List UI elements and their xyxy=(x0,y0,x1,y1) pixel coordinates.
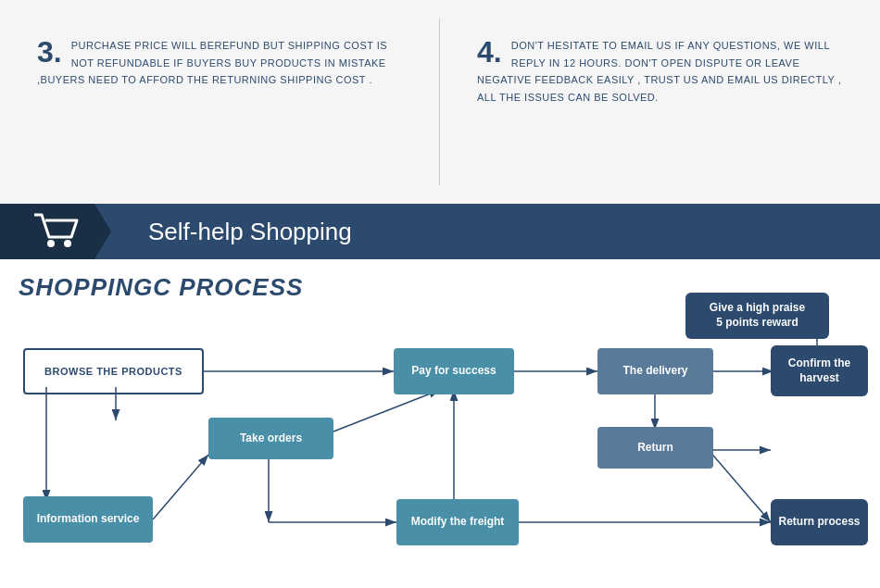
step4-text: DON'T HESITATE TO EMAIL US IF ANY QUESTI… xyxy=(477,37,843,106)
header-bar: Self-help Shopping xyxy=(0,204,880,259)
pay-box: Pay for success xyxy=(394,348,514,394)
confirm-box: Confirm the harvest xyxy=(771,345,868,396)
svg-line-16 xyxy=(153,455,208,519)
header-title: Self-help Shopping xyxy=(148,218,352,246)
step4-number: 4. xyxy=(477,37,502,67)
bottom-section: Self-help Shopping SHOPPINGC PROCESS xyxy=(0,204,880,588)
top-section: 3. PURCHASE PRICE WILL BEREFUND BUT SHIP… xyxy=(0,0,880,204)
take-orders-box: Take orders xyxy=(208,418,333,459)
step3-number: 3. xyxy=(37,37,62,67)
svg-point-0 xyxy=(47,240,55,247)
cart-icon xyxy=(32,211,79,253)
svg-point-1 xyxy=(64,240,71,247)
process-area: SHOPPINGC PROCESS xyxy=(0,259,880,588)
return-box: Return xyxy=(597,427,713,469)
modify-box: Modify the freight xyxy=(396,499,519,545)
browse-box: BROWSE THE PRODUCTS xyxy=(23,348,204,394)
svg-line-5 xyxy=(333,390,440,432)
svg-line-12 xyxy=(709,450,771,522)
flow-diagram: BROWSE THE PRODUCTS Take orders Pay for … xyxy=(19,320,871,588)
step3-container: 3. PURCHASE PRICE WILL BEREFUND BUT SHIP… xyxy=(0,19,440,185)
return-process-box: Return process xyxy=(771,499,868,545)
info-box: Information service xyxy=(23,496,153,543)
praise-box: Give a high praise5 points reward xyxy=(685,293,829,339)
step3-text: PURCHASE PRICE WILL BEREFUND BUT SHIPPIN… xyxy=(37,37,402,89)
cart-icon-container xyxy=(0,204,111,259)
delivery-box: The delivery xyxy=(597,348,713,394)
step4-container: 4. DON'T HESITATE TO EMAIL US IF ANY QUE… xyxy=(440,19,880,185)
